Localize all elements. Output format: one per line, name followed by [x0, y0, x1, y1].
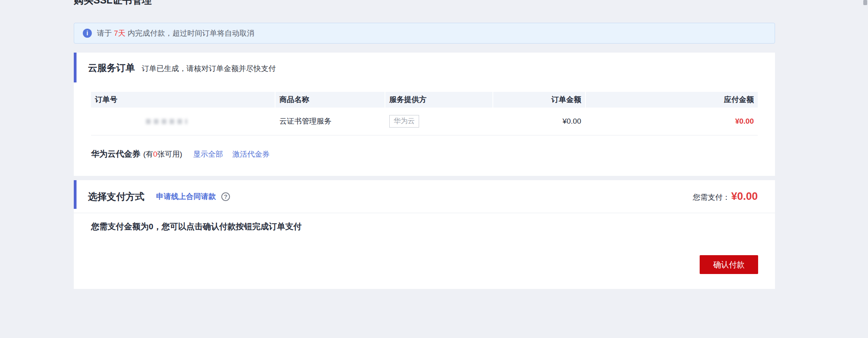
amount-due: 您需支付： ¥0.00: [693, 190, 758, 203]
col-header-order-amount: 订单金额: [493, 92, 585, 108]
payable-amount-cell: ¥0.00: [586, 108, 758, 135]
activate-coupon-link[interactable]: 激活代金券: [232, 149, 270, 159]
online-contract-request-link[interactable]: 申请线上合同请款: [156, 192, 216, 202]
order-number-cell: [91, 108, 275, 135]
table-row: 云证书管理服务 华为云 ¥0.00 ¥0.00: [91, 108, 758, 135]
col-header-service-provider: 服务提供方: [385, 92, 492, 108]
banner-deadline-highlight: 7天: [114, 29, 126, 37]
order-section-header: 云服务订单 订单已生成，请核对订单金额并尽快支付: [74, 53, 775, 74]
banner-text-suffix: 内完成付款，超过时间订单将自动取消: [126, 29, 254, 37]
payment-section-header: 选择支付方式 申请线上合同请款 ? 您需支付： ¥0.00: [74, 180, 775, 213]
amount-due-value: ¥0.00: [731, 190, 758, 203]
order-section-subtitle: 订单已生成，请核对订单金额并尽快支付: [142, 64, 276, 74]
coupon-availability: (有0张可用): [143, 149, 182, 159]
order-number-redacted: [146, 119, 187, 124]
col-header-payable-amount: 应付金额: [586, 92, 758, 108]
banner-text-prefix: 请于: [97, 29, 114, 37]
banner-text: 请于 7天 内完成付款，超过时间订单将自动取消: [97, 28, 254, 38]
coupon-row: 华为云代金券 (有0张可用) 显示全部 激活代金券: [91, 148, 270, 159]
payment-deadline-banner: i 请于 7天 内完成付款，超过时间订单将自动取消: [74, 23, 775, 44]
table-header-row: 订单号 商品名称 服务提供方 订单金额 应付金额: [91, 92, 758, 108]
coupon-available-count: 0: [153, 150, 157, 158]
payment-section-title: 选择支付方式: [88, 190, 144, 203]
order-amount-cell: ¥0.00: [493, 108, 585, 135]
provider-badge: 华为云: [389, 115, 419, 128]
amount-due-label: 您需支付：: [693, 192, 730, 203]
coupon-label: 华为云代金券: [91, 148, 140, 159]
product-name-cell: 云证书管理服务: [275, 108, 385, 135]
coupon-availability-prefix: (有: [143, 150, 153, 158]
order-section-title: 云服务订单: [88, 62, 135, 74]
confirm-payment-button[interactable]: 确认付款: [700, 255, 758, 274]
section-accent-bar: [74, 53, 77, 82]
info-icon: i: [83, 29, 92, 38]
help-icon[interactable]: ?: [221, 192, 230, 201]
scrollbar-thumb[interactable]: [863, 0, 867, 5]
cloud-service-order-card: 云服务订单 订单已生成，请核对订单金额并尽快支付 订单号 商品名称 服务提供方 …: [74, 53, 775, 176]
col-header-order-number: 订单号: [91, 92, 275, 108]
service-provider-cell: 华为云: [385, 108, 492, 135]
scrollbar[interactable]: [863, 0, 868, 338]
show-all-coupons-link[interactable]: 显示全部: [193, 149, 223, 159]
zero-payment-note: 您需支付金额为0，您可以点击确认付款按钮完成订单支付: [91, 221, 302, 232]
col-header-product-name: 商品名称: [275, 92, 385, 108]
payment-method-card: 选择支付方式 申请线上合同请款 ? 您需支付： ¥0.00 您需支付金额为0，您…: [74, 180, 775, 289]
coupon-availability-suffix: 张可用): [157, 150, 182, 158]
order-table: 订单号 商品名称 服务提供方 订单金额 应付金额 云证书管理服务 华为云 ¥0.…: [91, 92, 758, 135]
page-title: 购买SSL证书管理: [74, 0, 152, 7]
